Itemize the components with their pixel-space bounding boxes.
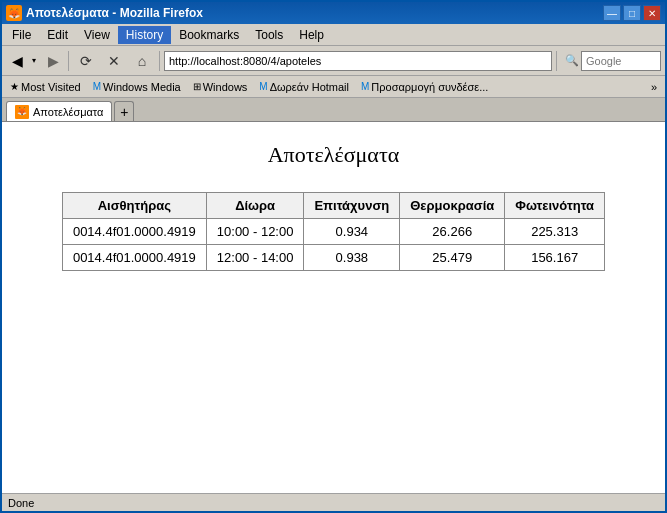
custom-icon: M — [361, 81, 369, 92]
row2-sensor: 0014.4f01.0000.4919 — [62, 245, 206, 271]
bookmarks-more[interactable]: » — [647, 80, 661, 94]
window-controls: — □ ✕ — [603, 5, 661, 21]
back-dropdown[interactable]: ▾ — [28, 49, 40, 73]
tabbar: 🦊 Αποτελέσματα + — [2, 98, 665, 122]
row1-temp: 26.266 — [400, 219, 505, 245]
col-light: Φωτεινότητα — [505, 193, 605, 219]
address-bar — [164, 51, 552, 71]
row1-accel: 0.934 — [304, 219, 400, 245]
browser-window: 🦊 Αποτελέσματα - Mozilla Firefox — □ ✕ F… — [0, 0, 667, 513]
bookmark-custom[interactable]: M Προσαρμογή συνδέσε... — [357, 80, 492, 94]
row1-period: 10:00 - 12:00 — [206, 219, 304, 245]
col-accel: Επιτάχυνση — [304, 193, 400, 219]
most-visited-icon: ★ — [10, 81, 19, 92]
maximize-button[interactable]: □ — [623, 5, 641, 21]
row1-sensor: 0014.4f01.0000.4919 — [62, 219, 206, 245]
bookmark-most-visited[interactable]: ★ Most Visited — [6, 80, 85, 94]
back-button[interactable]: ◀ — [6, 49, 28, 73]
separator-1 — [68, 51, 69, 71]
menu-help[interactable]: Help — [291, 26, 332, 44]
results-table: Αισθητήρας Δίωρα Επιτάχυνση Θερμοκρασία … — [62, 192, 605, 271]
toolbar: ◀ ▾ ▶ ⟳ ✕ ⌂ 🔍 — [2, 46, 665, 76]
separator-2 — [159, 51, 160, 71]
forward-button[interactable]: ▶ — [42, 49, 64, 73]
menu-history[interactable]: History — [118, 26, 171, 44]
tab-favicon: 🦊 — [15, 105, 29, 119]
table-header: Αισθητήρας Δίωρα Επιτάχυνση Θερμοκρασία … — [62, 193, 604, 219]
row2-temp: 25.479 — [400, 245, 505, 271]
menu-bookmarks[interactable]: Bookmarks — [171, 26, 247, 44]
table-row: 0014.4f01.0000.4919 10:00 - 12:00 0.934 … — [62, 219, 604, 245]
windows-icon: ⊞ — [193, 81, 201, 92]
windows-media-icon: M — [93, 81, 101, 92]
tab-label: Αποτελέσματα — [33, 106, 103, 118]
home-button[interactable]: ⌂ — [129, 49, 155, 73]
search-input[interactable] — [581, 51, 661, 71]
bookmark-hotmail[interactable]: M Δωρεάν Hotmail — [255, 80, 353, 94]
bookmark-windows-media[interactable]: M Windows Media — [89, 80, 185, 94]
page-content-area: Αποτελέσματα Αισθητήρας Δίωρα Επιτάχυνση… — [2, 122, 665, 493]
bookmark-most-visited-label: Most Visited — [21, 81, 81, 93]
tab-add-button[interactable]: + — [114, 101, 134, 121]
menu-tools[interactable]: Tools — [247, 26, 291, 44]
col-period: Δίωρα — [206, 193, 304, 219]
menubar: File Edit View History Bookmarks Tools H… — [2, 24, 665, 46]
stop-button[interactable]: ✕ — [101, 49, 127, 73]
table-row: 0014.4f01.0000.4919 12:00 - 14:00 0.938 … — [62, 245, 604, 271]
header-row: Αισθητήρας Δίωρα Επιτάχυνση Θερμοκρασία … — [62, 193, 604, 219]
titlebar-left: 🦊 Αποτελέσματα - Mozilla Firefox — [6, 5, 203, 21]
bookmark-windows-media-label: Windows Media — [103, 81, 181, 93]
menu-file[interactable]: File — [4, 26, 39, 44]
col-temp: Θερμοκρασία — [400, 193, 505, 219]
row1-light: 225.313 — [505, 219, 605, 245]
bookmark-custom-label: Προσαρμογή συνδέσε... — [371, 81, 488, 93]
bookmark-windows[interactable]: ⊞ Windows — [189, 80, 252, 94]
menu-edit[interactable]: Edit — [39, 26, 76, 44]
bookmarks-bar: ★ Most Visited M Windows Media ⊞ Windows… — [2, 76, 665, 98]
bookmark-windows-label: Windows — [203, 81, 248, 93]
back-forward-group: ◀ ▾ — [6, 49, 40, 73]
statusbar: Done — [2, 493, 665, 511]
search-box: 🔍 — [565, 51, 661, 71]
reload-button[interactable]: ⟳ — [73, 49, 99, 73]
row2-accel: 0.938 — [304, 245, 400, 271]
search-icon: 🔍 — [565, 54, 579, 67]
firefox-icon: 🦊 — [6, 5, 22, 21]
row2-period: 12:00 - 14:00 — [206, 245, 304, 271]
menu-view[interactable]: View — [76, 26, 118, 44]
col-sensor: Αισθητήρας — [62, 193, 206, 219]
address-input[interactable] — [164, 51, 552, 71]
close-button[interactable]: ✕ — [643, 5, 661, 21]
page-title: Αποτελέσματα — [42, 142, 625, 168]
window-title: Αποτελέσματα - Mozilla Firefox — [26, 6, 203, 20]
titlebar: 🦊 Αποτελέσματα - Mozilla Firefox — □ ✕ — [2, 2, 665, 24]
tab-apotelesma[interactable]: 🦊 Αποτελέσματα — [6, 101, 112, 121]
separator-3 — [556, 51, 557, 71]
page-body: Αποτελέσματα Αισθητήρας Δίωρα Επιτάχυνση… — [2, 122, 665, 291]
minimize-button[interactable]: — — [603, 5, 621, 21]
hotmail-icon: M — [259, 81, 267, 92]
status-text: Done — [8, 497, 34, 509]
bookmark-hotmail-label: Δωρεάν Hotmail — [270, 81, 349, 93]
row2-light: 156.167 — [505, 245, 605, 271]
table-body: 0014.4f01.0000.4919 10:00 - 12:00 0.934 … — [62, 219, 604, 271]
